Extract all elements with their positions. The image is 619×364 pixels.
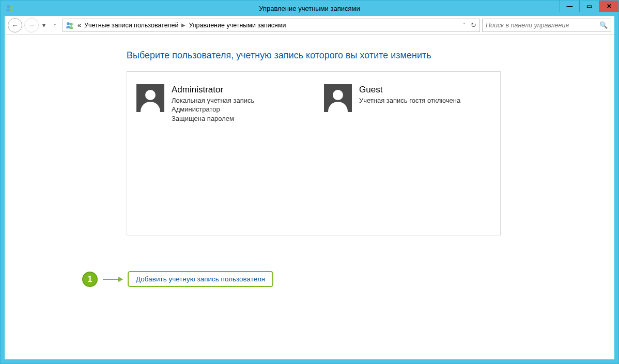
breadcrumb-seg-2[interactable]: Управление учетными записями	[189, 22, 286, 29]
arrow-right-icon: →	[28, 21, 35, 29]
minimize-button[interactable]: —	[560, 1, 579, 12]
caption-buttons: — ▭ ✕	[560, 1, 618, 12]
user-item-administrator[interactable]: Administrator Локальная учетная запись А…	[136, 84, 303, 223]
address-bar[interactable]: « Учетные записи пользователей ▶ Управле…	[63, 19, 480, 32]
user-line: Учетная запись гостя отключена	[359, 96, 460, 105]
refresh-button[interactable]: ↻	[471, 21, 477, 29]
window-root: Управление учетными записями — ▭ ✕ ← → ▾	[0, 0, 619, 364]
content-area: Выберите пользователя, учетную запись ко…	[5, 35, 614, 359]
svg-point-3	[70, 23, 73, 26]
breadcrumb-prefix: «	[78, 22, 81, 29]
svg-point-2	[67, 22, 70, 25]
close-button[interactable]: ✕	[599, 1, 618, 12]
avatar-icon	[324, 84, 352, 112]
user-meta: Administrator Локальная учетная запись А…	[172, 84, 254, 123]
annotation-row: 1 Добавить учетную запись пользователя	[82, 271, 273, 287]
titlebar: Управление учетными записями — ▭ ✕	[1, 1, 618, 16]
user-name: Administrator	[172, 84, 254, 96]
annotation-arrow-icon	[103, 279, 122, 280]
arrow-up-icon: ↑	[53, 22, 56, 29]
chevron-right-icon: ▶	[181, 22, 185, 28]
maximize-button[interactable]: ▭	[579, 1, 599, 12]
avatar-icon	[136, 84, 164, 112]
user-name: Guest	[359, 84, 460, 96]
chevron-down-icon: ▾	[42, 22, 45, 29]
close-icon: ✕	[607, 3, 612, 10]
toolbar: ← → ▾ ↑ « У	[5, 16, 614, 35]
user-line: Локальная учетная запись	[172, 96, 254, 105]
add-user-link[interactable]: Добавить учетную запись пользователя	[128, 271, 273, 287]
user-item-guest[interactable]: Guest Учетная запись гостя отключена	[324, 84, 491, 223]
back-button[interactable]: ←	[8, 18, 22, 33]
forward-button[interactable]: →	[24, 18, 39, 33]
up-button[interactable]: ↑	[49, 20, 60, 31]
search-box[interactable]: 🔍	[482, 19, 611, 32]
users-list: Administrator Локальная учетная запись А…	[127, 71, 501, 235]
window-title: Управление учетными записями	[1, 5, 618, 12]
minimize-icon: —	[567, 3, 573, 10]
window-body: ← → ▾ ↑ « У	[1, 16, 618, 363]
user-line: Защищена паролем	[172, 114, 254, 123]
page-heading: Выберите пользователя, учетную запись ко…	[127, 50, 594, 61]
breadcrumb-seg-1[interactable]: Учетные записи пользователей	[84, 22, 179, 29]
search-input[interactable]	[486, 22, 599, 29]
svg-point-0	[7, 5, 10, 8]
annotation-badge: 1	[82, 272, 98, 287]
arrow-left-icon: ←	[11, 21, 19, 29]
maximize-icon: ▭	[586, 3, 592, 10]
user-line: Администратор	[172, 105, 254, 114]
users-icon	[65, 21, 74, 30]
search-icon[interactable]: 🔍	[599, 21, 608, 29]
svg-point-1	[10, 6, 13, 9]
user-meta: Guest Учетная запись гостя отключена	[359, 84, 460, 105]
app-icon	[5, 3, 15, 13]
history-dropdown[interactable]: ▾	[41, 22, 47, 29]
address-dropdown-icon[interactable]: ˅	[463, 22, 466, 28]
